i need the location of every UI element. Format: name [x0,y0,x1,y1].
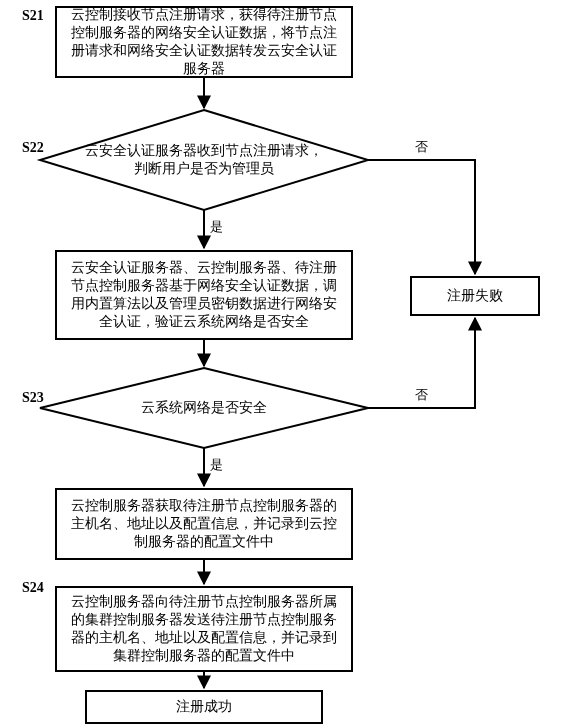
node-text: 云控制服务器获取待注册节点控制服务器的主机名、地址以及配置信息，并记录到云控制服… [65,497,343,552]
edge-no-1: 否 [415,138,428,156]
node-register-success: 注册成功 [85,690,323,724]
step-label-s21: S21 [22,8,44,24]
node-send-cluster: 云控制服务器向待注册节点控制服务器所属的集群控制服务器发送待注册节点控制服务器的… [55,586,353,672]
node-record-config: 云控制服务器获取待注册节点控制服务器的主机名、地址以及配置信息，并记录到云控制服… [55,488,353,560]
svg-marker-1 [40,368,368,448]
step-label-text: S24 [22,580,44,595]
node-text: 云控制接收节点注册请求，获得待注册节点控制服务器的网络安全认证数据，将节点注册请… [65,6,343,79]
svg-marker-0 [40,110,368,210]
diamond-text-content: 云安全认证服务器收到节点注册请求，判断用户是否为管理员 [85,143,323,176]
node-register-fail: 注册失败 [410,276,540,316]
diamond-text-content: 云系统网络是否安全 [141,400,267,415]
step-label-text: S23 [22,390,44,405]
edge-no-2: 否 [415,386,428,404]
step-label-s23: S23 [22,390,44,406]
node-receive-request: 云控制接收节点注册请求，获得待注册节点控制服务器的网络安全认证数据，将节点注册请… [55,6,353,78]
edge-yes-1: 是 [210,218,223,236]
step-label-s24: S24 [22,580,44,596]
edge-yes-2: 是 [210,456,223,474]
node-text: 注册成功 [176,698,232,716]
node-security-auth: 云安全认证服务器、云控制服务器、待注册节点控制服务器基于网络安全认证数据，调用内… [55,250,353,340]
step-label-s22: S22 [22,140,44,156]
node-text: 云安全认证服务器、云控制服务器、待注册节点控制服务器基于网络安全认证数据，调用内… [65,259,343,332]
diamond-secure: 云系统网络是否安全 [105,399,303,417]
diamond-admin: 云安全认证服务器收到节点注册请求，判断用户是否为管理员 [85,142,323,178]
node-text: 注册失败 [447,287,503,305]
step-label-text: S22 [22,140,44,155]
node-text: 云控制服务器向待注册节点控制服务器所属的集群控制服务器发送待注册节点控制服务器的… [65,593,343,666]
step-label-text: S21 [22,8,44,23]
